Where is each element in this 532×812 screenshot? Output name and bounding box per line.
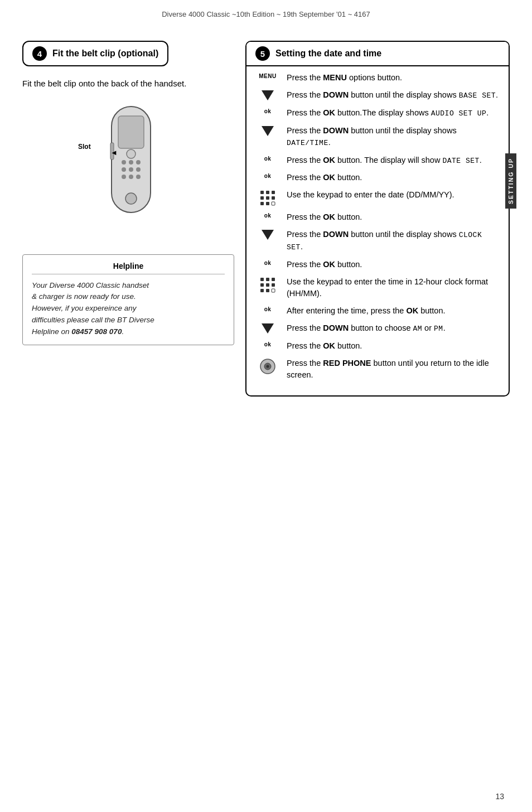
right-column: 5 Setting the date and time MENU Press t…: [245, 41, 510, 397]
step-ok-1-text: Press the OK button.The display shows AU…: [287, 107, 500, 119]
step-ok-6: OK After entering the time, press the OK…: [255, 305, 500, 317]
slot-label: Slot: [78, 143, 91, 151]
step-red-phone: Press the RED PHONE button until you ret…: [255, 357, 500, 381]
section5-number: 5: [255, 46, 270, 61]
step-down-1: Press the DOWN button until the display …: [255, 89, 500, 102]
svg-point-11: [136, 175, 141, 179]
red-phone-icon: [255, 357, 280, 374]
left-description: Fit the belt clip onto the back of the h…: [22, 78, 234, 90]
step-ok-7: OK Press the OK button.: [255, 340, 500, 352]
step-keypad-2-text: Use the keypad to enter the time in 12-h…: [287, 276, 500, 299]
down-arrow-icon-1: [255, 89, 280, 100]
steps-list: MENU Press the MENU options button. Pres…: [246, 66, 509, 381]
svg-point-34: [267, 365, 269, 368]
svg-point-6: [122, 167, 126, 172]
left-column: 4 Fit the belt clip (optional) Fit the b…: [22, 41, 234, 397]
section5-header: 5 Setting the date and time: [246, 42, 509, 66]
step-ok-1: OK Press the OK button.The display shows…: [255, 107, 500, 119]
step-ok-5-text: Press the OK button.: [287, 259, 500, 270]
step-keypad-1-text: Use the keypad to enter the date (DD/MM/…: [287, 189, 500, 201]
step-menu: MENU Press the MENU options button.: [255, 72, 500, 84]
down-arrow-icon-2: [255, 125, 280, 136]
ok-icon-5: OK: [255, 259, 280, 266]
svg-rect-17: [260, 196, 264, 200]
svg-rect-15: [266, 191, 269, 194]
svg-rect-30: [266, 289, 269, 292]
svg-point-8: [136, 167, 141, 172]
down-arrow-icon-4: [255, 322, 280, 334]
step-menu-text: Press the MENU options button.: [287, 72, 500, 84]
ok-icon-6: OK: [255, 305, 280, 312]
helpline-text: Your Diverse 4000 Classic handset & char…: [32, 280, 225, 339]
svg-point-9: [122, 175, 126, 179]
svg-rect-16: [272, 191, 275, 194]
ok-icon-1: OK: [255, 107, 280, 114]
svg-rect-22: [272, 202, 275, 205]
step-down-1-text: Press the DOWN button until the display …: [287, 89, 500, 102]
handset-svg: [95, 104, 167, 226]
svg-rect-18: [266, 196, 269, 200]
page-header: Diverse 4000 Classic ~10th Edition ~ 19t…: [0, 0, 532, 24]
keypad-icon-2: [255, 276, 280, 293]
step-ok-5: OK Press the OK button.: [255, 259, 500, 270]
helpline-box: Helpline Your Diverse 4000 Classic hands…: [22, 254, 234, 346]
svg-point-10: [129, 175, 133, 179]
ok-icon-2: OK: [255, 154, 280, 162]
step-keypad-2: Use the keypad to enter the time in 12-h…: [255, 276, 500, 299]
svg-rect-29: [260, 289, 264, 292]
setting-up-label: SETTING UP: [505, 153, 516, 209]
step-red-phone-text: Press the RED PHONE button until you ret…: [287, 357, 500, 381]
svg-rect-24: [266, 278, 269, 281]
svg-point-3: [122, 160, 126, 165]
step-ok-4-text: Press the OK button.: [287, 211, 500, 223]
helpline-title: Helpline: [32, 262, 225, 274]
header-text: Diverse 4000 Classic ~10th Edition ~ 19t…: [162, 10, 370, 18]
slot-arrow-icon: ◄: [110, 148, 118, 157]
svg-point-4: [129, 160, 133, 165]
helpline-phone: 08457 908 070: [71, 327, 122, 336]
step-ok-2-text: Press the OK button. The display will sh…: [287, 154, 500, 167]
svg-rect-26: [260, 283, 264, 287]
step-down-3: Press the DOWN button until the display …: [255, 229, 500, 253]
step-ok-3-text: Press the OK button.: [287, 172, 500, 183]
step-down-4: Press the DOWN button to choose AM or PM…: [255, 322, 500, 335]
section4-header: 4 Fit the belt clip (optional): [22, 41, 168, 66]
svg-point-13: [125, 193, 137, 204]
main-content: 4 Fit the belt clip (optional) Fit the b…: [0, 24, 532, 408]
menu-icon: MENU: [255, 72, 280, 79]
ok-icon-7: OK: [255, 340, 280, 347]
section4-number: 4: [32, 46, 47, 61]
section4-title: Fit the belt clip (optional): [52, 49, 158, 59]
ok-icon-3: OK: [255, 172, 280, 179]
step-ok-6-text: After entering the time, press the OK bu…: [287, 305, 500, 317]
svg-rect-19: [272, 196, 275, 200]
step-ok-2: OK Press the OK button. The display will…: [255, 154, 500, 167]
keypad-icon-1: [255, 189, 280, 206]
svg-rect-28: [272, 283, 275, 287]
svg-rect-14: [260, 191, 264, 194]
svg-rect-21: [266, 202, 269, 205]
svg-point-5: [136, 160, 141, 165]
step-down-4-text: Press the DOWN button to choose AM or PM…: [287, 322, 500, 335]
svg-rect-20: [260, 202, 264, 205]
down-arrow-icon-3: [255, 229, 280, 240]
page-number: 13: [495, 792, 504, 801]
step-down-2: Press the DOWN button until the display …: [255, 125, 500, 149]
step-keypad-1: Use the keypad to enter the date (DD/MM/…: [255, 189, 500, 206]
svg-rect-1: [118, 116, 144, 148]
handset-diagram: Slot: [22, 104, 234, 238]
step-ok-3: OK Press the OK button.: [255, 172, 500, 183]
svg-rect-23: [260, 278, 264, 281]
step-ok-7-text: Press the OK button.: [287, 340, 500, 352]
svg-rect-31: [272, 289, 275, 292]
svg-rect-27: [266, 283, 269, 287]
step-ok-4: OK Press the OK button.: [255, 211, 500, 223]
step-down-3-text: Press the DOWN button until the display …: [287, 229, 500, 253]
section5-title: Setting the date and time: [275, 49, 381, 59]
svg-rect-25: [272, 278, 275, 281]
ok-icon-4: OK: [255, 211, 280, 219]
step-down-2-text: Press the DOWN button until the display …: [287, 125, 500, 149]
svg-point-7: [129, 167, 133, 172]
svg-point-12: [127, 149, 136, 158]
